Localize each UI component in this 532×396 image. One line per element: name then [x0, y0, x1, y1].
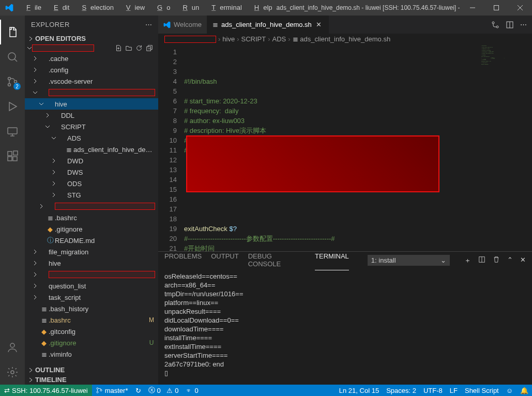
item-label: .cache: [49, 55, 155, 63]
panel-close-icon[interactable]: ✕: [520, 256, 526, 265]
file-item[interactable]: ⓘREADME.md: [25, 235, 158, 246]
split-editor-icon[interactable]: [506, 21, 514, 29]
file-item[interactable]: ◆.gitconfig: [25, 326, 158, 337]
menu-terminal[interactable]: Terminal: [203, 0, 246, 16]
file-item[interactable]: ≣ads_client_info_hive_demo.sh: [25, 144, 158, 155]
collapse-all-icon[interactable]: [146, 44, 153, 52]
folder-item[interactable]: [25, 201, 158, 212]
folder-item[interactable]: [25, 269, 158, 280]
svg-line-5: [14, 59, 17, 62]
folder-item[interactable]: .config: [25, 64, 158, 75]
folder-item[interactable]: ADS: [25, 132, 158, 144]
explorer-activity-icon[interactable]: [0, 20, 25, 44]
new-terminal-icon[interactable]: ＋: [464, 256, 471, 265]
outline-section[interactable]: OUTLINE: [25, 365, 158, 375]
refresh-icon[interactable]: [135, 44, 143, 52]
file-item[interactable]: ◆.gitignoreU: [25, 337, 158, 348]
menu-selection[interactable]: Selection: [73, 0, 117, 16]
notifications-status[interactable]: 🔔: [516, 385, 532, 396]
ports-status[interactable]: ᯤ0: [183, 385, 202, 396]
editor-tab[interactable]: Welcome: [158, 16, 207, 34]
folder-item[interactable]: hive: [25, 257, 158, 269]
window-minimize-button[interactable]: [461, 0, 484, 16]
svg-point-16: [10, 343, 14, 347]
terminal-output[interactable]: osReleaseId==centos==arch==x86_64==tmpDi…: [158, 269, 532, 385]
menu-go[interactable]: Go: [149, 0, 174, 16]
folder-item[interactable]: ODS: [25, 178, 158, 189]
folder-item[interactable]: [25, 87, 158, 98]
breadcrumb-segment[interactable]: [164, 36, 216, 43]
run-debug-activity-icon[interactable]: [0, 94, 25, 119]
language-mode-status[interactable]: Shell Script: [461, 385, 503, 396]
indentation-status[interactable]: Spaces: 2: [383, 385, 420, 396]
folder-item[interactable]: question_list: [25, 280, 158, 292]
folder-item[interactable]: DWS: [25, 166, 158, 178]
editor-body[interactable]: 123456789101112131415161718192021 #!/bin…: [158, 45, 532, 251]
file-item[interactable]: ≣.bashrc: [25, 212, 158, 223]
menu-help[interactable]: Help: [246, 0, 277, 16]
breadcrumbs[interactable]: ›hive›SCRIPT›ADS›≣ ads_client_info_hive_…: [158, 34, 532, 45]
breadcrumb-segment[interactable]: hive: [222, 35, 235, 43]
problems-status[interactable]: ⓧ0 ⚠0: [145, 385, 183, 396]
menu-run[interactable]: Run: [174, 0, 203, 16]
cursor-position-status[interactable]: Ln 21, Col 15: [336, 385, 383, 396]
file-item[interactable]: ≣.viminfo: [25, 348, 158, 360]
search-activity-icon[interactable]: [0, 44, 25, 69]
file-item[interactable]: ≣.bashrcM: [25, 314, 158, 326]
new-file-icon[interactable]: [115, 44, 122, 52]
panel-tab-output[interactable]: OUTPUT: [211, 250, 238, 270]
file-icon: ≣: [45, 214, 55, 222]
folder-item[interactable]: .vscode-server: [25, 75, 158, 87]
file-tree[interactable]: .cache.config.vscode-serverhiveDDLSCRIPT…: [25, 53, 158, 365]
eol-status[interactable]: LF: [446, 385, 461, 396]
panel-tab-problems[interactable]: PROBLEMS: [164, 250, 202, 270]
folder-item[interactable]: SCRIPT: [25, 121, 158, 132]
panel-tab-terminal[interactable]: TERMINAL: [315, 250, 349, 270]
menu-edit[interactable]: Edit: [45, 0, 73, 16]
source-control-activity-icon[interactable]: 2: [0, 69, 25, 94]
file-item[interactable]: ◆.gitignore: [25, 223, 158, 235]
editor-tab[interactable]: ≣ads_client_info_hive_demo.sh✕: [207, 16, 329, 34]
minimap[interactable]: #!/bin/bash# start_time: 2020-12-23# fre…: [479, 45, 525, 251]
settings-activity-icon[interactable]: [0, 360, 25, 385]
menu-file[interactable]: File: [18, 0, 45, 16]
git-sync-status[interactable]: ↻: [132, 385, 145, 396]
breadcrumb-segment[interactable]: ADS: [272, 35, 286, 43]
twisty-icon: [50, 158, 58, 163]
breadcrumb-segment[interactable]: SCRIPT: [241, 35, 266, 43]
workspace-header[interactable]: [25, 43, 158, 53]
folder-item[interactable]: task_script: [25, 292, 158, 303]
account-activity-icon[interactable]: [0, 335, 25, 360]
panel-tab-debug-console[interactable]: DEBUG CONSOLE: [248, 250, 306, 270]
remote-indicator[interactable]: ⇄SSH: 100.75.46.57-liuwei: [0, 385, 92, 396]
file-item[interactable]: ≣.bash_history: [25, 303, 158, 314]
folder-item[interactable]: STG: [25, 189, 158, 201]
new-folder-icon[interactable]: [125, 44, 132, 52]
folder-item[interactable]: hive: [25, 98, 158, 110]
split-terminal-icon[interactable]: [478, 256, 485, 265]
kill-terminal-icon[interactable]: [493, 256, 500, 265]
feedback-status[interactable]: ☺: [503, 385, 516, 396]
folder-item[interactable]: .cache: [25, 53, 158, 64]
folder-item[interactable]: DDL: [25, 110, 158, 121]
menu-view[interactable]: View: [118, 0, 149, 16]
editor-scrollbar[interactable]: [525, 45, 532, 251]
folder-item[interactable]: DWD: [25, 155, 158, 166]
window-close-button[interactable]: [508, 0, 532, 16]
remote-explorer-activity-icon[interactable]: [0, 119, 25, 144]
editor-more-icon[interactable]: ⋯: [520, 21, 527, 28]
timeline-section[interactable]: TIMELINE: [25, 375, 158, 385]
compare-changes-icon[interactable]: [491, 21, 499, 29]
breadcrumb-segment[interactable]: ≣ ads_client_info_hive_demo.sh: [293, 35, 391, 43]
panel-maximize-icon[interactable]: ⌃: [507, 256, 513, 265]
sidebar-more-icon[interactable]: ⋯: [145, 21, 153, 28]
git-branch-status[interactable]: master*: [92, 385, 132, 396]
window-maximize-button[interactable]: [484, 0, 508, 16]
encoding-status[interactable]: UTF-8: [420, 385, 446, 396]
open-editors-section[interactable]: OPEN EDITORS: [25, 34, 158, 43]
svg-rect-9: [8, 128, 17, 134]
extensions-activity-icon[interactable]: [0, 144, 25, 169]
folder-item[interactable]: file_migration: [25, 246, 158, 257]
tab-close-icon[interactable]: ✕: [315, 21, 323, 29]
terminal-selector[interactable]: 1: install ⌄: [368, 255, 450, 266]
